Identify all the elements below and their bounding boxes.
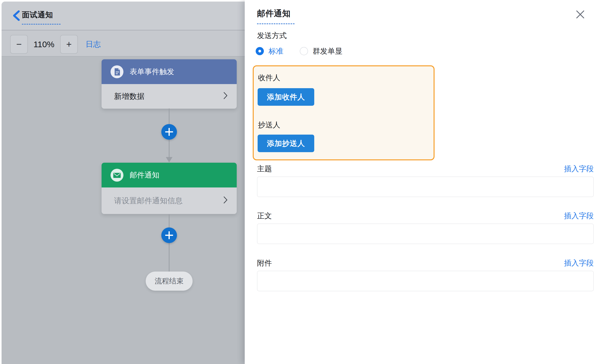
node-subtitle: 新增数据 (114, 91, 145, 102)
add-node-button[interactable] (161, 228, 177, 243)
radio-label: 群发单显 (313, 46, 342, 56)
radio-option-standard[interactable]: 标准 (256, 46, 283, 56)
plus-icon (165, 128, 173, 136)
attachment-label: 附件 (257, 259, 272, 267)
radio-checked-icon (256, 47, 264, 55)
node-title: 表单事件触发 (130, 67, 174, 77)
flow-arrow-icon (166, 157, 172, 162)
node-header-trigger: 表单事件触发 (102, 59, 237, 84)
body-label: 正文 (257, 212, 272, 220)
back-button[interactable] (11, 10, 22, 21)
insert-field-link-body[interactable]: 插入字段 (564, 212, 594, 220)
cc-label: 抄送人 (258, 120, 280, 129)
flow-node-email-notification[interactable]: 邮件通知 请设置邮件通知信息 (102, 163, 237, 214)
flow-end-node: 流程结束 (146, 271, 193, 291)
workflow-canvas: 面试通知 − 110% + 日志 表单事件触发 (1, 1, 245, 364)
panel-title-dashed-underline (257, 23, 295, 24)
node-config-row[interactable]: 新增数据 (102, 84, 237, 109)
node-title: 邮件通知 (130, 170, 159, 180)
subject-input[interactable] (257, 177, 594, 197)
canvas-toolbar: − 110% + 日志 (1, 31, 245, 57)
canvas-titlebar: 面试通知 (1, 1, 245, 30)
panel-title: 邮件通知 (257, 8, 291, 19)
chevron-right-icon (223, 196, 228, 205)
body-input[interactable] (257, 224, 594, 244)
zoom-level: 110% (28, 35, 60, 54)
radio-unchecked-icon (300, 47, 308, 55)
add-recipient-button[interactable]: 添加收件人 (258, 88, 314, 106)
send-method-label: 发送方式 (257, 31, 287, 40)
add-cc-button[interactable]: 添加抄送人 (258, 135, 314, 152)
log-link[interactable]: 日志 (86, 35, 101, 54)
zoom-out-button[interactable]: − (10, 35, 28, 54)
flow-node-form-trigger[interactable]: 表单事件触发 新增数据 (102, 59, 237, 109)
subject-label: 主题 (257, 164, 272, 173)
zoom-in-button[interactable]: + (60, 35, 78, 54)
flow-title-dashed-underline (22, 24, 61, 25)
document-icon (111, 65, 123, 78)
flow-connector (169, 214, 169, 272)
add-node-button[interactable] (161, 124, 177, 140)
close-icon (574, 18, 586, 21)
node-config-row[interactable]: 请设置邮件通知信息 (102, 187, 237, 214)
node-header-email: 邮件通知 (102, 163, 237, 187)
app-window: 面试通知 − 110% + 日志 表单事件触发 (0, 0, 599, 364)
chevron-left-icon (11, 19, 22, 22)
flow-end-label: 流程结束 (155, 276, 184, 286)
insert-field-link-subject[interactable]: 插入字段 (564, 164, 594, 173)
attachment-input[interactable] (257, 271, 594, 291)
email-settings-panel: 邮件通知 发送方式 标准 群发单显 收件人 添加收件人 抄送人 添加抄送人 主题… (245, 0, 599, 364)
chevron-right-icon (223, 92, 228, 101)
mail-icon (111, 169, 123, 182)
insert-field-link-attachment[interactable]: 插入字段 (564, 259, 594, 267)
node-subtitle: 请设置邮件通知信息 (114, 195, 183, 206)
close-panel-button[interactable] (574, 8, 586, 20)
recipients-highlight-box: 收件人 添加收件人 抄送人 添加抄送人 (253, 65, 435, 160)
recipient-label: 收件人 (258, 73, 280, 82)
radio-label: 标准 (269, 46, 283, 56)
flow-title: 面试通知 (22, 8, 53, 21)
plus-icon (165, 231, 173, 239)
radio-option-mass-send[interactable]: 群发单显 (300, 46, 342, 56)
